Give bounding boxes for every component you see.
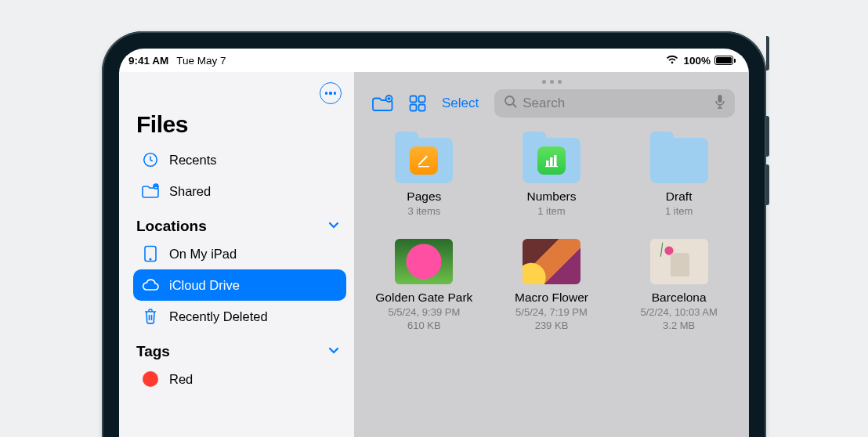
numbers-app-icon bbox=[537, 146, 566, 175]
multitask-grabber[interactable] bbox=[354, 72, 749, 88]
sidebar-more-button[interactable] bbox=[320, 82, 342, 104]
sidebar-title: Files bbox=[133, 111, 346, 144]
section-header-locations[interactable]: Locations bbox=[133, 207, 346, 238]
shared-folder-icon bbox=[141, 183, 160, 199]
search-placeholder: Search bbox=[523, 96, 709, 111]
section-label: Tags bbox=[136, 343, 170, 360]
image-thumbnail bbox=[650, 239, 708, 284]
svg-rect-13 bbox=[546, 161, 549, 166]
battery-icon bbox=[714, 56, 733, 65]
item-meta: 3 items bbox=[407, 205, 440, 217]
search-field[interactable]: Search bbox=[494, 89, 735, 117]
select-button[interactable]: Select bbox=[442, 96, 479, 111]
search-icon bbox=[504, 95, 517, 112]
folder-draft[interactable]: Draft 1 item bbox=[615, 130, 743, 231]
image-thumbnail bbox=[523, 239, 580, 284]
image-thumbnail bbox=[395, 239, 453, 284]
svg-rect-12 bbox=[418, 166, 429, 167]
view-mode-button[interactable] bbox=[409, 95, 426, 112]
ipad-icon bbox=[141, 245, 160, 262]
tag-dot-icon bbox=[141, 371, 160, 387]
folder-icon bbox=[523, 138, 580, 183]
item-name: Golden Gate Park bbox=[375, 291, 472, 305]
item-date: 5/2/24, 10:03 AM bbox=[641, 306, 718, 318]
section-label: Locations bbox=[136, 218, 207, 235]
folder-icon bbox=[395, 138, 453, 183]
mic-icon[interactable] bbox=[714, 94, 725, 114]
ipad-frame: 9:41 AM Tue May 7 100% Files bbox=[102, 31, 766, 437]
sidebar-item-label: Shared bbox=[169, 184, 211, 199]
svg-rect-11 bbox=[718, 95, 722, 103]
svg-rect-15 bbox=[554, 155, 557, 166]
sidebar-item-label: Recently Deleted bbox=[169, 309, 268, 324]
file-golden-gate-park[interactable]: Golden Gate Park 5/5/24, 9:39 PM 610 KB bbox=[360, 231, 488, 345]
wifi-icon bbox=[665, 54, 679, 67]
content-pane: Select Search bbox=[354, 72, 749, 437]
status-bar: 9:41 AM Tue May 7 100% bbox=[119, 49, 749, 72]
file-barcelona[interactable]: Barcelona 5/2/24, 10:03 AM 3.2 MB bbox=[615, 231, 743, 345]
cloud-icon bbox=[141, 278, 160, 292]
svg-rect-14 bbox=[550, 157, 553, 166]
sidebar-item-label: Recents bbox=[169, 153, 217, 168]
sidebar-item-shared[interactable]: Shared bbox=[133, 175, 346, 207]
folder-numbers[interactable]: Numbers 1 item bbox=[488, 130, 616, 231]
file-grid: Pages 3 items Numbers 1 item bbox=[354, 124, 749, 437]
item-size: 3.2 MB bbox=[663, 320, 695, 331]
item-size: 610 KB bbox=[407, 320, 441, 331]
item-name: Pages bbox=[407, 190, 441, 204]
item-name: Macro Flower bbox=[515, 291, 588, 305]
sidebar-item-label: iCloud Drive bbox=[169, 278, 240, 293]
clock-icon bbox=[141, 151, 160, 168]
file-macro-flower[interactable]: Macro Flower 5/5/24, 7:19 PM 239 KB bbox=[488, 231, 616, 345]
sidebar: Files Recents Shared Locations bbox=[119, 72, 354, 437]
section-header-tags[interactable]: Tags bbox=[133, 332, 346, 363]
screen: 9:41 AM Tue May 7 100% Files bbox=[119, 49, 749, 437]
item-date: 5/5/24, 7:19 PM bbox=[515, 306, 588, 318]
battery-pct: 100% bbox=[683, 55, 711, 67]
item-name: Draft bbox=[666, 190, 693, 204]
item-date: 5/5/24, 9:39 PM bbox=[388, 306, 460, 318]
new-folder-button[interactable] bbox=[371, 95, 393, 112]
svg-rect-8 bbox=[410, 105, 417, 111]
pages-app-icon bbox=[410, 146, 438, 175]
trash-icon bbox=[141, 308, 160, 325]
main-toolbar: Select Search bbox=[354, 88, 749, 124]
svg-rect-7 bbox=[419, 96, 425, 103]
sidebar-item-label: On My iPad bbox=[169, 247, 237, 262]
svg-rect-6 bbox=[410, 96, 417, 103]
item-meta: 1 item bbox=[665, 205, 693, 217]
chevron-down-icon bbox=[327, 344, 340, 359]
svg-point-10 bbox=[505, 96, 514, 105]
sidebar-item-label: Red bbox=[169, 372, 193, 387]
item-name: Numbers bbox=[527, 190, 577, 204]
svg-rect-9 bbox=[419, 105, 425, 111]
sidebar-item-recently-deleted[interactable]: Recently Deleted bbox=[133, 301, 346, 332]
svg-rect-16 bbox=[545, 166, 558, 167]
item-meta: 1 item bbox=[537, 205, 565, 217]
chevron-down-icon bbox=[327, 218, 340, 234]
status-time: 9:41 AM bbox=[128, 55, 168, 67]
status-date: Tue May 7 bbox=[176, 55, 226, 67]
item-size: 239 KB bbox=[535, 320, 569, 331]
item-name: Barcelona bbox=[652, 291, 707, 305]
svg-point-4 bbox=[150, 258, 151, 260]
sidebar-item-icloud-drive[interactable]: iCloud Drive bbox=[133, 269, 346, 301]
folder-pages[interactable]: Pages 3 items bbox=[360, 130, 488, 231]
folder-icon bbox=[650, 138, 708, 183]
sidebar-item-recents[interactable]: Recents bbox=[133, 144, 346, 175]
sidebar-item-tag-red[interactable]: Red bbox=[133, 363, 346, 395]
sidebar-item-on-my-ipad[interactable]: On My iPad bbox=[133, 238, 346, 269]
